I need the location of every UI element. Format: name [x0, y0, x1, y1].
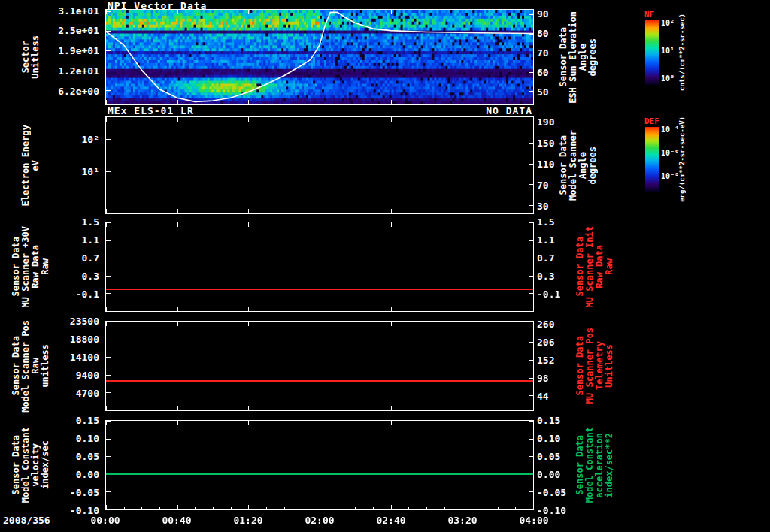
tick-mark — [529, 34, 533, 35]
tick-mark — [533, 100, 534, 104]
axis-tick-label: -0.05 — [537, 487, 566, 498]
panel1-left-label: SectorUnitless — [20, 9, 42, 105]
tick-mark — [529, 491, 533, 492]
panel2-right-label: Sensor DataModel ScannerAngledegrees — [556, 116, 600, 214]
axis-tick-label: 0.05 — [76, 451, 99, 462]
colorbar-tick-label: 10⁻⁴ — [661, 125, 679, 134]
panel1-left-ticks: 3.1e+012.5e+011.9e+011.2e+016.2e+00 — [42, 9, 102, 105]
tick-mark — [266, 507, 267, 509]
tick-mark — [529, 293, 533, 294]
tick-mark — [177, 100, 178, 104]
tick-mark — [320, 322, 320, 326]
tick-mark — [533, 222, 534, 227]
colorbar1-unit-text: cnts/(cm**2-sr-sec) — [678, 14, 686, 91]
tick-mark — [302, 507, 302, 509]
x-tick-label: 03:20 — [447, 515, 477, 526]
tick-mark — [391, 406, 392, 410]
tick-mark — [529, 14, 533, 15]
tick-mark — [248, 209, 249, 213]
tick-mark — [355, 507, 356, 509]
tick-mark — [106, 375, 111, 376]
tick-mark — [106, 357, 111, 358]
tick-mark — [141, 507, 142, 509]
tick-mark — [106, 456, 111, 457]
tick-mark — [106, 71, 111, 71]
tick-mark — [462, 10, 462, 14]
tick-mark — [462, 117, 462, 122]
tick-mark — [106, 307, 107, 311]
tick-mark — [106, 293, 111, 294]
tick-mark — [320, 505, 320, 509]
no-data-status: NO DATA — [105, 105, 532, 116]
tick-mark — [231, 507, 232, 509]
tick-mark — [248, 307, 249, 311]
tick-mark — [391, 322, 392, 326]
panel3-left-ticks: 1.51.10.70.3-0.1 — [42, 222, 102, 312]
panel3-plot-area — [105, 222, 534, 312]
axis-tick-label: 14100 — [70, 352, 99, 363]
tick-mark — [106, 392, 111, 393]
axis-tick-label: 0.05 — [537, 451, 560, 462]
tick-mark — [177, 406, 178, 410]
nf-colorbar — [645, 20, 659, 85]
x-tick-label: 00:00 — [90, 515, 120, 526]
axis-tick-label: 0.00 — [76, 469, 99, 480]
axis-tick-label: 2.5e+01 — [58, 25, 99, 36]
tick-mark — [529, 342, 533, 343]
axis-tick-label: 6.2e+00 — [58, 85, 99, 96]
tick-mark — [480, 507, 480, 509]
panel1-plot-area — [105, 9, 534, 105]
tick-mark — [515, 507, 516, 509]
x-tick-label: 02:40 — [376, 515, 405, 526]
axis-tick-label: 190 — [537, 116, 554, 127]
panel2-plot-area — [105, 116, 534, 214]
tick-mark — [106, 439, 111, 440]
tick-mark — [529, 122, 533, 122]
constant-line — [106, 473, 533, 475]
constant-line — [106, 289, 533, 290]
tick-mark — [106, 31, 111, 32]
axis-tick-label: 150 — [537, 137, 554, 148]
axis-tick-label: 80 — [537, 28, 549, 39]
tick-mark — [426, 507, 427, 509]
axis-tick-label: 260 — [537, 318, 554, 329]
axis-tick-label: 70 — [537, 179, 549, 190]
axis-tick-label: 0.3 — [82, 271, 99, 282]
tick-mark — [462, 322, 462, 326]
tick-mark — [529, 205, 533, 206]
tick-mark — [533, 322, 534, 326]
axis-tick-label: 0.10 — [537, 433, 560, 444]
axis-tick-label: 4700 — [76, 388, 99, 399]
tick-mark — [529, 276, 533, 277]
tick-mark — [391, 209, 392, 213]
axis-tick-label: 0.15 — [537, 415, 560, 426]
tick-mark — [106, 421, 107, 425]
panel4-right-label: Sensor DataMU Scanner PosTelemetryUnitle… — [573, 321, 617, 411]
tick-mark — [338, 507, 338, 509]
axis-tick-label: 1.9e+01 — [58, 45, 99, 56]
axis-tick-label: 0.00 — [537, 469, 560, 480]
tick-mark — [533, 209, 534, 213]
tick-mark — [533, 10, 534, 14]
npi-spectrogram-canvas — [106, 10, 533, 104]
panel2-left-label: Electron EnergyeV — [20, 116, 42, 214]
tick-mark — [462, 421, 462, 425]
axis-label-line: Raw — [605, 258, 614, 275]
axis-label-line: Unitless — [605, 344, 614, 388]
tick-mark — [106, 222, 107, 227]
colorbar-tick-label: 10⁰ — [661, 74, 675, 83]
panel5-left-ticks: 0.150.100.050.00-0.05-0.10 — [42, 420, 102, 510]
tick-mark — [320, 209, 320, 213]
tick-mark — [391, 222, 392, 227]
axis-tick-label: -0.05 — [70, 487, 99, 498]
constant-line — [106, 380, 533, 382]
tick-mark — [462, 209, 462, 213]
tick-mark — [320, 406, 320, 410]
def-colorbar — [645, 127, 659, 192]
axis-tick-label: 1.2e+01 — [58, 65, 99, 76]
tick-mark — [106, 90, 111, 91]
tick-mark — [106, 322, 107, 326]
tick-mark — [533, 505, 534, 509]
colorbar-nf-label: NF — [644, 10, 654, 20]
tick-mark — [391, 100, 392, 104]
